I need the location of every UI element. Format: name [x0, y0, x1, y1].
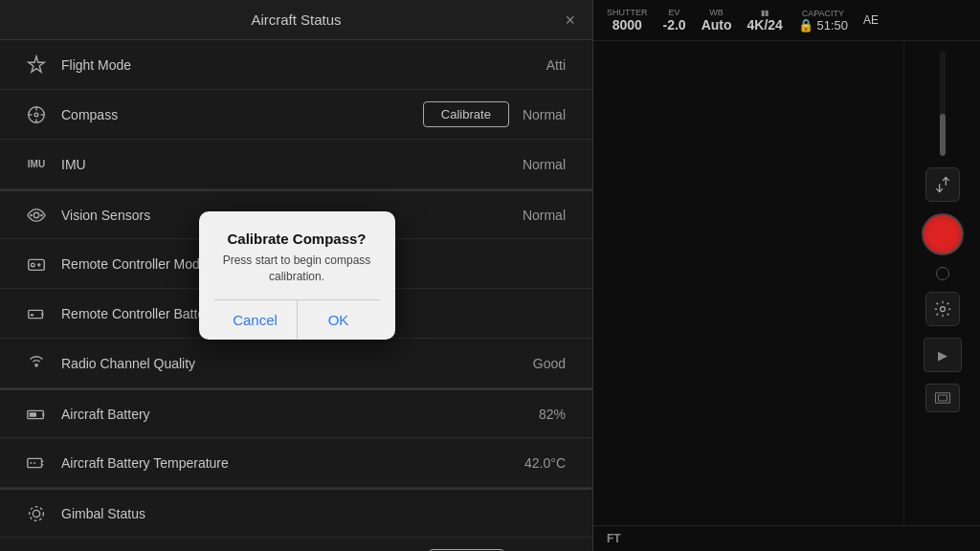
ae-value: AE	[863, 13, 879, 27]
wb-value: Auto	[702, 17, 732, 33]
capacity-label: CAPACITY	[802, 9, 844, 18]
crop-button[interactable]	[925, 384, 960, 412]
svg-point-6	[33, 212, 39, 218]
close-button[interactable]: ×	[565, 10, 575, 30]
settings-button[interactable]	[925, 292, 960, 326]
aircraft-battery-value: 82%	[539, 407, 566, 422]
list-item: Aircraft Battery Temperature 42.0°C	[0, 438, 592, 488]
ev-label: EV	[669, 8, 680, 17]
wb-display: WB Auto	[702, 8, 732, 33]
svg-point-16	[34, 364, 38, 367]
ok-button[interactable]: OK	[298, 300, 380, 340]
top-bar: SHUTTER 8000 EV -2.0 WB Auto ▮▮ 4K/24 CA…	[593, 0, 980, 41]
controls-column: ▶	[903, 41, 980, 525]
svg-rect-18	[30, 412, 36, 417]
capacity-value: 🔒 51:50	[798, 18, 848, 33]
playback-button[interactable]: ▶	[924, 338, 962, 372]
ae-display: AE	[863, 13, 879, 27]
svg-rect-30	[935, 393, 949, 404]
record-button[interactable]	[922, 213, 964, 255]
list-item: Gimbal Status	[0, 488, 592, 538]
shutter-label: SHUTTER	[607, 8, 648, 17]
svg-point-1	[34, 113, 38, 117]
battery-temp-icon	[19, 452, 54, 474]
shutter-value: 8000	[612, 17, 642, 33]
list-item: Remaining Capacity Format 22245 MB	[0, 538, 592, 551]
rc-mode-icon	[19, 253, 54, 275]
gimbal-label: Gimbal Status	[61, 506, 573, 521]
compass-label: Compass	[61, 107, 423, 122]
compass-icon	[19, 104, 54, 125]
battery-temp-label: Aircraft Battery Temperature	[61, 455, 524, 471]
compass-value: Normal	[523, 107, 566, 122]
res-value: 4K/24	[747, 17, 783, 33]
svg-point-23	[33, 510, 39, 517]
vision-icon	[19, 205, 54, 226]
dialog-title: Calibrate Compass?	[214, 231, 380, 247]
vision-sensors-value: Normal	[523, 208, 566, 223]
ev-display: EV -2.0	[663, 8, 686, 33]
svg-point-8	[40, 213, 43, 216]
res-label: ▮▮	[761, 9, 768, 17]
svg-point-29	[940, 307, 945, 312]
gauge-bar	[940, 51, 946, 156]
ft-badge: FT	[607, 532, 621, 545]
list-item: Radio Channel Quality Good	[0, 339, 592, 388]
status-indicator	[936, 267, 949, 280]
list-item: Compass Calibrate Normal	[0, 90, 592, 140]
svg-point-24	[30, 506, 44, 520]
record-indicator	[927, 219, 958, 250]
calibrate-button[interactable]: Calibrate	[423, 101, 509, 127]
ev-value: -2.0	[663, 17, 686, 33]
right-content: ▶	[593, 41, 980, 525]
shutter-display: SHUTTER 8000	[607, 8, 648, 33]
svg-rect-31	[938, 395, 947, 401]
gauge-fill	[940, 114, 946, 156]
capacity-display: CAPACITY 🔒 51:50	[798, 9, 848, 33]
radio-icon	[19, 353, 54, 374]
imu-label: IMU	[61, 157, 523, 172]
camera-preview-area	[593, 41, 903, 525]
exposure-gauge	[940, 51, 946, 156]
play-icon: ▶	[938, 348, 947, 363]
wb-label: WB	[709, 8, 724, 17]
rc-battery-icon	[19, 303, 54, 324]
flight-mode-value: Atti	[546, 57, 566, 73]
svg-rect-13	[29, 310, 43, 318]
imu-icon: IMU	[19, 159, 54, 169]
right-panel: SHUTTER 8000 EV -2.0 WB Auto ▮▮ 4K/24 CA…	[593, 0, 980, 551]
dialog-buttons: Cancel OK	[214, 299, 380, 340]
dialog-message: Press start to begin compass calibration…	[214, 253, 380, 285]
battery-temp-value: 42.0°C	[524, 455, 566, 471]
calibrate-compass-dialog: Calibrate Compass? Press start to begin …	[199, 211, 395, 341]
cancel-button[interactable]: Cancel	[214, 300, 298, 340]
aircraft-battery-label: Aircraft Battery	[61, 407, 539, 422]
radio-quality-label: Radio Channel Quality	[61, 356, 533, 371]
imu-value: Normal	[523, 157, 566, 172]
svg-point-10	[32, 263, 35, 267]
flight-mode-label: Flight Mode	[61, 57, 546, 73]
radio-quality-value: Good	[533, 356, 566, 371]
main-layout: Aircraft Status × Flight Mode Atti Compa…	[0, 0, 980, 551]
resolution-display: ▮▮ 4K/24	[747, 9, 783, 33]
list-item: IMU IMU Normal	[0, 140, 592, 189]
list-item: Aircraft Battery 82%	[0, 388, 592, 438]
flight-mode-icon	[19, 55, 54, 76]
list-item: Flight Mode Atti	[0, 40, 592, 90]
svg-point-7	[30, 213, 33, 216]
panel-title: Aircraft Status	[251, 11, 341, 28]
aircraft-battery-icon	[19, 404, 54, 425]
camera-switch-button[interactable]	[925, 167, 960, 202]
gimbal-icon	[19, 503, 54, 524]
bottom-bar: FT	[593, 525, 980, 551]
panel-header: Aircraft Status ×	[0, 0, 592, 40]
